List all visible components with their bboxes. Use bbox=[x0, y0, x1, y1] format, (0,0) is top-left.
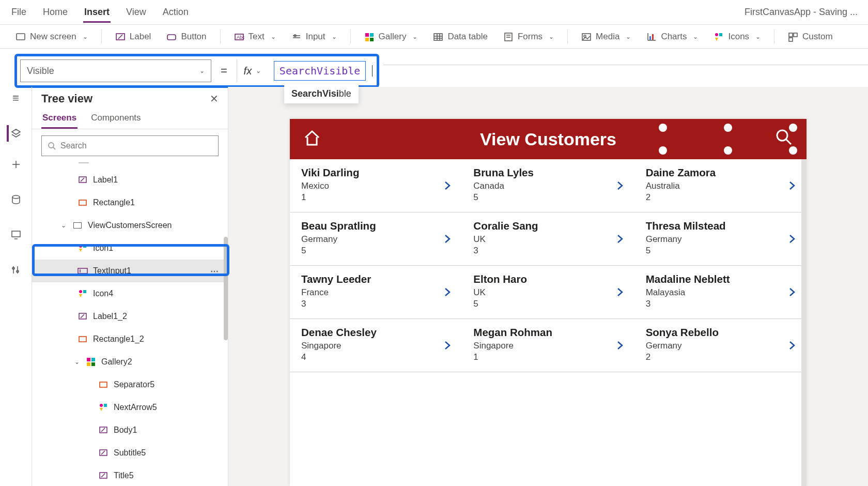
gallery-card[interactable]: Denae Chesley Singapore 4 bbox=[290, 319, 462, 372]
chevron-right-icon[interactable] bbox=[615, 230, 625, 248]
form-icon bbox=[503, 32, 514, 42]
rail-treeview[interactable] bbox=[7, 124, 25, 143]
customer-number: 5 bbox=[301, 246, 376, 256]
gallery-card[interactable]: Elton Haro UK 5 bbox=[462, 266, 634, 318]
tree-node-nextarrow5[interactable]: NextArrow5 bbox=[32, 396, 228, 419]
gallery-card[interactable]: Thresa Milstead Germany 5 bbox=[634, 212, 807, 265]
tree-node-viewcustomersscreen[interactable]: ⌄ ViewCustomersScreen bbox=[32, 214, 228, 237]
intellisense-popup[interactable]: SearchVisible bbox=[284, 84, 359, 103]
ribbon-input[interactable]: Input⌄ bbox=[286, 28, 342, 45]
gallery-card[interactable]: Sonya Rebello Germany 2 bbox=[634, 319, 807, 372]
tab-components[interactable]: Components bbox=[90, 109, 142, 129]
home-icon[interactable] bbox=[302, 128, 322, 150]
tree-node-body1[interactable]: Body1 bbox=[32, 419, 228, 442]
app-preview-screen[interactable]: View Customers Viki Darling Mexico 1 Bru… bbox=[290, 119, 807, 486]
gallery-card[interactable]: Daine Zamora Australia 2 bbox=[634, 159, 807, 212]
chevron-right-icon[interactable] bbox=[442, 337, 453, 354]
ribbon-charts[interactable]: Charts⌄ bbox=[641, 28, 703, 45]
rail-media[interactable] bbox=[7, 225, 25, 244]
ribbon-forms[interactable]: Forms⌄ bbox=[498, 28, 559, 45]
rail-data[interactable] bbox=[7, 190, 25, 209]
chevron-right-icon[interactable] bbox=[787, 177, 797, 194]
rail-insert[interactable] bbox=[7, 155, 25, 174]
chevron-right-icon[interactable] bbox=[787, 337, 797, 354]
tree-node-textinput1[interactable]: TextInput1 ⋯ bbox=[32, 260, 228, 282]
svg-rect-26 bbox=[652, 34, 654, 40]
gallery-card[interactable]: Madaline Neblett Malayasia 3 bbox=[634, 266, 807, 318]
chevron-down-icon: ⌄ bbox=[256, 67, 261, 74]
chevron-right-icon[interactable] bbox=[615, 177, 625, 194]
ribbon-text[interactable]: Abc Text⌄ bbox=[229, 28, 281, 45]
gallery[interactable]: Viki Darling Mexico 1 Bruna Lyles Canada… bbox=[290, 159, 807, 372]
svg-point-68 bbox=[777, 130, 787, 141]
tree-search[interactable] bbox=[41, 135, 219, 156]
tree-node-separator5[interactable]: Separator5 bbox=[32, 373, 228, 396]
tree-node-label1[interactable]: Label1 bbox=[32, 169, 228, 191]
ribbon-label[interactable]: Label bbox=[110, 28, 157, 45]
tree-search-input[interactable] bbox=[60, 141, 213, 150]
chevron-right-icon[interactable] bbox=[787, 230, 797, 248]
menu-home[interactable]: Home bbox=[42, 2, 69, 23]
top-menubar: File Home Insert View Action FirstCanvas… bbox=[0, 0, 868, 25]
tree-node-subtitle5[interactable]: Subtitle5 bbox=[32, 442, 228, 464]
ribbon-icons[interactable]: Icons⌄ bbox=[708, 28, 766, 45]
svg-point-41 bbox=[49, 143, 54, 148]
ribbon-media[interactable]: Media⌄ bbox=[576, 28, 636, 45]
tree-node-icon1[interactable]: Icon1 bbox=[32, 237, 228, 260]
ribbon-new-screen[interactable]: New screen⌄ bbox=[10, 28, 93, 45]
search-icon[interactable] bbox=[774, 128, 793, 150]
tree-node-icon4[interactable]: Icon4 bbox=[32, 282, 228, 305]
tree-node-title5[interactable]: Title5 bbox=[32, 464, 228, 486]
search-icon bbox=[47, 141, 56, 150]
rail-hamburger[interactable]: ≡ bbox=[7, 89, 25, 108]
chevron-right-icon[interactable] bbox=[615, 283, 625, 301]
gallery-card[interactable]: Megan Rohman Singapore 1 bbox=[462, 319, 634, 372]
ribbon-custom[interactable]: Custom bbox=[783, 28, 838, 45]
tree-node-rectangle1-2[interactable]: Rectangle1_2 bbox=[32, 328, 228, 351]
chevron-down-icon: ⌄ bbox=[73, 358, 81, 366]
gallery-card[interactable]: Bruna Lyles Canada 5 bbox=[462, 159, 634, 212]
svg-rect-9 bbox=[365, 33, 369, 37]
tree-view-panel: Tree view ✕ Screens Components Label1 Re… bbox=[32, 87, 228, 486]
rail-advanced[interactable] bbox=[7, 261, 25, 279]
close-icon[interactable]: ✕ bbox=[210, 93, 219, 105]
app-header: View Customers bbox=[290, 119, 807, 159]
formula-input[interactable]: SearchVisible bbox=[274, 61, 366, 81]
tree-list[interactable]: Label1 Rectangle1 ⌄ ViewCustomersScreen … bbox=[32, 159, 228, 486]
chevron-right-icon[interactable] bbox=[442, 230, 453, 248]
chevron-right-icon[interactable] bbox=[787, 283, 797, 301]
tab-screens[interactable]: Screens bbox=[41, 109, 78, 129]
svg-line-44 bbox=[81, 178, 84, 181]
gallery-card[interactable]: Viki Darling Mexico 1 bbox=[290, 159, 462, 212]
chevron-down-icon: ⌄ bbox=[60, 222, 67, 229]
gallery-card[interactable]: Tawny Leeder France 3 bbox=[290, 266, 462, 318]
menu-file[interactable]: File bbox=[10, 2, 27, 23]
ribbon-button[interactable]: Button bbox=[161, 28, 211, 45]
tree-node-gallery2[interactable]: ⌄ Gallery2 bbox=[32, 351, 228, 373]
chevron-right-icon[interactable] bbox=[442, 177, 453, 194]
chevron-right-icon[interactable] bbox=[442, 283, 453, 301]
customer-name: Daine Zamora bbox=[646, 166, 716, 179]
gallery-card[interactable]: Coralie Sang UK 3 bbox=[462, 212, 634, 265]
tree-node-label1-2[interactable]: Label1_2 bbox=[32, 305, 228, 328]
chevron-right-icon[interactable] bbox=[615, 337, 625, 354]
more-options-icon[interactable]: ⋯ bbox=[210, 266, 220, 276]
app-scrollbar[interactable] bbox=[801, 159, 807, 486]
tree-node-rectangle1[interactable]: Rectangle1 bbox=[32, 191, 228, 214]
svg-rect-55 bbox=[87, 358, 90, 361]
fx-button[interactable]: fx⌄ bbox=[237, 59, 268, 82]
tree-scrollbar[interactable] bbox=[224, 237, 228, 340]
svg-rect-54 bbox=[79, 337, 86, 342]
customer-name: Viki Darling bbox=[301, 166, 359, 179]
hamburger-icon: ≡ bbox=[12, 92, 19, 105]
customer-country: France bbox=[301, 287, 371, 298]
ribbon-gallery[interactable]: Gallery⌄ bbox=[359, 28, 423, 45]
customer-name: Tawny Leeder bbox=[301, 273, 371, 285]
property-dropdown[interactable]: Visible ⌄ bbox=[20, 59, 211, 82]
design-canvas[interactable]: View Customers Viki Darling Mexico 1 Bru… bbox=[228, 87, 868, 486]
menu-view[interactable]: View bbox=[125, 2, 147, 23]
menu-insert[interactable]: Insert bbox=[83, 2, 111, 23]
gallery-card[interactable]: Beau Spratling Germany 5 bbox=[290, 212, 462, 265]
menu-action[interactable]: Action bbox=[162, 2, 190, 23]
ribbon-data-table[interactable]: Data table bbox=[428, 28, 493, 45]
